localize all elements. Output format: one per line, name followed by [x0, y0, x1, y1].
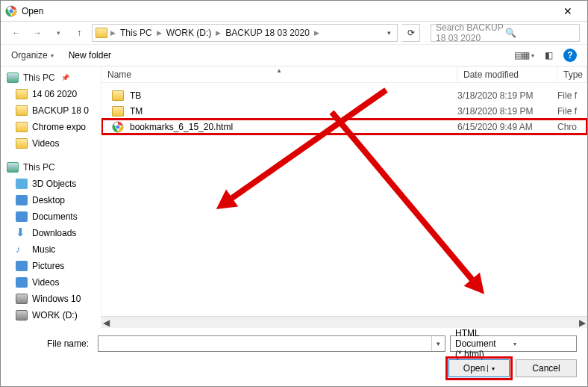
- file-date: 3/18/2020 8:19 PM: [457, 90, 557, 101]
- sidebar-item-label: Videos: [32, 138, 59, 149]
- sidebar-item[interactable]: 3D Objects: [1, 176, 101, 192]
- col-type[interactable]: Type: [557, 66, 587, 82]
- pc-icon: [7, 162, 19, 173]
- file-date: 3/18/2020 8:19 PM: [457, 106, 557, 117]
- sidebar-item-label: 14 06 2020: [32, 89, 77, 99]
- open-button[interactable]: Open▏▾: [448, 359, 510, 377]
- sidebar-item-label: 3D Objects: [32, 179, 76, 189]
- filetype-filter[interactable]: HTML Document (*.html)▾: [450, 335, 577, 352]
- videos-icon: [16, 277, 28, 288]
- search-icon: 🔍: [505, 28, 575, 38]
- svg-point-2: [9, 8, 13, 13]
- help-button[interactable]: ?: [563, 49, 577, 62]
- crumb-0[interactable]: This PC: [117, 28, 155, 38]
- sidebar-item-label: Pictures: [32, 261, 64, 271]
- filename-label: File name:: [11, 338, 93, 349]
- sidebar-item[interactable]: 14 06 2020: [1, 86, 101, 102]
- downloads-icon: ⬇: [16, 228, 28, 238]
- file-type: Chro: [557, 122, 587, 132]
- file-type: File f: [557, 106, 587, 117]
- sidebar-item-label: Downloads: [32, 228, 76, 238]
- refresh-button[interactable]: ⟳: [402, 24, 420, 42]
- crumb-2[interactable]: BACKUP 18 03 2020: [222, 28, 313, 38]
- sidebar: This PC 📌 14 06 2020BACKUP 18 0Chrome ex…: [1, 66, 101, 328]
- sidebar-item-label: Chrome expo: [32, 122, 86, 132]
- cancel-button[interactable]: Cancel: [516, 359, 577, 377]
- col-name[interactable]: ▲Name: [101, 66, 457, 82]
- folder-icon: [112, 90, 124, 101]
- breadcrumb-dropdown[interactable]: ▾: [384, 29, 394, 37]
- sidebar-item-label: Videos: [32, 277, 59, 288]
- file-name: TB: [130, 90, 141, 101]
- sidebar-item[interactable]: Pictures: [1, 258, 101, 274]
- folder-icon: [96, 28, 107, 38]
- back-button[interactable]: ←: [8, 25, 25, 41]
- up-button[interactable]: ↑: [71, 25, 87, 41]
- pictures-icon: [16, 261, 28, 271]
- folder-icon: [16, 138, 28, 149]
- hscrollbar[interactable]: ◀▶: [101, 316, 587, 328]
- sidebar-item[interactable]: ♪Music: [1, 241, 101, 258]
- sidebar-item[interactable]: Videos: [1, 135, 101, 152]
- column-header: ▲Name Date modified Type: [101, 66, 587, 83]
- sidebar-item[interactable]: BACKUP 18 0: [1, 102, 101, 119]
- sidebar-item[interactable]: Windows 10: [1, 291, 101, 307]
- view-button[interactable]: ▤▦▾: [514, 50, 534, 61]
- file-date: 6/15/2020 9:49 AM: [457, 122, 557, 132]
- forward-button: →: [29, 25, 46, 41]
- drive-icon: [16, 310, 28, 321]
- breadcrumb[interactable]: ▶ This PC ▶ WORK (D:) ▶ BACKUP 18 03 202…: [92, 24, 398, 42]
- file-row[interactable]: TB 3/18/2020 8:19 PM File f: [101, 87, 587, 103]
- file-list: TB 3/18/2020 8:19 PM File f TM 3/18/2020…: [101, 83, 587, 316]
- desktop-icon: [16, 195, 28, 205]
- folder-icon: [112, 106, 124, 117]
- sidebar-item-label: Music: [32, 244, 55, 255]
- file-name: bookmarks_6_15_20.html: [130, 122, 233, 132]
- file-row[interactable]: TM 3/18/2020 8:19 PM File f: [101, 103, 587, 119]
- newfolder-button[interactable]: New folder: [69, 50, 111, 61]
- filename-input[interactable]: ▾: [98, 335, 445, 352]
- svg-point-4: [116, 125, 120, 129]
- file-name: TM: [130, 106, 143, 117]
- crumb-1[interactable]: WORK (D:): [163, 28, 215, 38]
- sidebar-thispc[interactable]: This PC: [1, 159, 101, 176]
- chrome-icon: [112, 122, 124, 132]
- pc-icon: [7, 72, 19, 83]
- file-type: File f: [557, 90, 587, 101]
- sidebar-item[interactable]: Desktop: [1, 192, 101, 208]
- organize-button[interactable]: Organize▾: [11, 50, 54, 61]
- sidebar-item-label: Desktop: [32, 195, 65, 205]
- sidebar-item[interactable]: Chrome expo: [1, 119, 101, 135]
- toolbar: Organize▾ New folder ▤▦▾ ◧ ?: [1, 44, 587, 66]
- navbar: ← → ▾ ↑ ▶ This PC ▶ WORK (D:) ▶ BACKUP 1…: [1, 22, 587, 44]
- chrome-icon: [5, 5, 17, 17]
- window-title: Open: [22, 6, 553, 16]
- col-date[interactable]: Date modified: [457, 66, 557, 82]
- folder-icon: [16, 122, 28, 132]
- preview-pane-button[interactable]: ◧: [545, 50, 553, 61]
- sidebar-item[interactable]: Videos: [1, 274, 101, 291]
- folder-icon: [16, 105, 28, 116]
- sidebar-item-label: WORK (D:): [32, 310, 78, 321]
- sidebar-item[interactable]: WORK (D:): [1, 307, 101, 323]
- recent-dropdown[interactable]: ▾: [50, 25, 66, 41]
- pin-icon: 📌: [61, 74, 69, 81]
- titlebar: Open ✕: [1, 1, 587, 22]
- folder-icon: [16, 89, 28, 99]
- search-placeholder: Search BACKUP 18 03 2020: [436, 22, 505, 43]
- 3d-icon: [16, 179, 28, 189]
- sidebar-item-label: Documents: [32, 211, 78, 222]
- sidebar-item-label: Windows 10: [32, 294, 81, 304]
- music-icon: ♪: [16, 244, 28, 255]
- sidebar-item[interactable]: ⬇Downloads: [1, 225, 101, 241]
- search-input[interactable]: Search BACKUP 18 03 2020 🔍: [431, 24, 580, 42]
- sidebar-item[interactable]: Documents: [1, 208, 101, 225]
- file-row[interactable]: bookmarks_6_15_20.html 6/15/2020 9:49 AM…: [101, 119, 587, 134]
- close-button[interactable]: ✕: [553, 5, 583, 17]
- documents-icon: [16, 211, 28, 222]
- sidebar-item-label: BACKUP 18 0: [32, 105, 89, 116]
- sidebar-quickaccess[interactable]: This PC 📌: [1, 69, 101, 86]
- windows-drive-icon: [16, 294, 28, 304]
